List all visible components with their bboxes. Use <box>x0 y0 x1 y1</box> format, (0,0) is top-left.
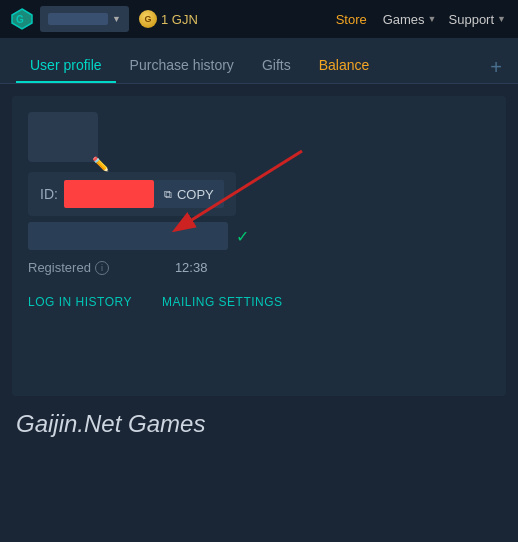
currency-display: G 1 GJN <box>139 10 198 28</box>
registered-row: Registered i 12:38 <box>28 260 490 275</box>
log-in-history-link[interactable]: LOG IN HISTORY <box>28 295 132 309</box>
account-dropdown[interactable]: ▼ <box>40 6 129 32</box>
tab-user-profile[interactable]: User profile <box>16 49 116 83</box>
chevron-down-icon: ▼ <box>112 14 121 24</box>
chevron-down-icon: ▼ <box>428 14 437 24</box>
coin-icon: G <box>139 10 157 28</box>
store-nav-button[interactable]: Store <box>328 12 375 27</box>
avatar <box>28 112 98 162</box>
checkmark-icon: ✓ <box>236 227 249 246</box>
add-tab-button[interactable]: + <box>490 57 502 83</box>
id-container: ID: ⧉ COPY <box>28 172 236 216</box>
mailing-settings-link[interactable]: MAILING SETTINGS <box>162 295 283 309</box>
profile-content: ✏️ ID: ⧉ COPY ✓ Registered i 12:38 LOG I… <box>12 96 506 396</box>
svg-text:G: G <box>16 14 24 25</box>
tab-purchase-history[interactable]: Purchase history <box>116 49 248 83</box>
currency-amount: 1 GJN <box>161 12 198 27</box>
id-label: ID: <box>40 186 58 202</box>
tab-gifts[interactable]: Gifts <box>248 49 305 83</box>
footer-title: Gaijin.Net Games <box>16 410 502 438</box>
copy-icon: ⧉ <box>164 188 172 201</box>
info-icon[interactable]: i <box>95 261 109 275</box>
action-links: LOG IN HISTORY MAILING SETTINGS <box>28 295 490 309</box>
support-nav-button[interactable]: Support ▼ <box>445 12 510 27</box>
top-navigation: G ▼ G 1 GJN Store Games ▼ Support ▼ <box>0 0 518 38</box>
tabs-bar: User profile Purchase history Gifts Bala… <box>0 38 518 84</box>
chevron-down-icon: ▼ <box>497 14 506 24</box>
games-nav-button[interactable]: Games ▼ <box>379 12 441 27</box>
copy-button[interactable]: ⧉ COPY <box>154 180 224 208</box>
username-row: ✓ <box>28 222 490 250</box>
registered-time: 12:38 <box>175 260 208 275</box>
edit-icon[interactable]: ✏️ <box>92 156 109 172</box>
footer: Gaijin.Net Games <box>0 410 518 438</box>
logo: G <box>8 5 36 33</box>
registered-label: Registered i <box>28 260 109 275</box>
tab-balance[interactable]: Balance <box>305 49 384 83</box>
username-input[interactable] <box>28 222 228 250</box>
id-input[interactable] <box>64 180 154 208</box>
